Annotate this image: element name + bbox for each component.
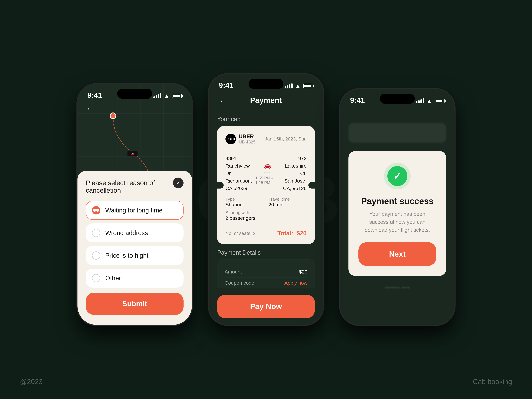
cancel-option-label-3: Price is to hight [105,252,148,259]
total-label: Total: [278,230,293,237]
route-dots: •••• [264,170,271,174]
uber-logo-text: UBER [226,137,235,141]
radio-circle-4 [92,274,100,282]
blurred-text-bottom: ••••••• •••• [348,284,446,291]
coupon-key: Coupon code [225,280,254,286]
status-time-2: 9:41 [219,81,234,89]
signal-bars-3 [416,98,424,103]
submit-button[interactable]: Submit [86,293,184,315]
route-middle: 🚗 •••• 1:55 PM - 1:15 PM [255,162,279,185]
your-cab-label: Your cab [217,116,315,123]
uber-badge: UBER UBER UB 4325 [225,133,255,145]
payment-details-label: Payment Details [217,249,315,256]
success-content: ✓ Payment success Your payment has been … [348,123,446,291]
travel-key: Travel time [268,197,307,202]
seats-label: No. of seats: 2 [225,231,255,236]
route-from-address: 3891Ranchview Dr.Richardson,CA 62639 [225,155,252,192]
dynamic-island-1 [117,89,152,99]
car-icon: 🚗 [264,162,271,169]
blurred-card-top [348,123,446,143]
svg-point-0 [110,113,116,119]
ticket-footer: No. of seats: 2 Total: $20 [225,226,307,237]
status-icons-3: ▲ [416,97,444,104]
total-value: $20 [297,230,307,237]
next-button[interactable]: Next [358,242,436,266]
wifi-icon-2: ▲ [295,82,301,89]
phone1-screen: 9:41 ▲ [77,84,192,325]
ticket-total: Total: $20 [278,230,307,237]
payment-content[interactable]: Your cab UBER UBER UB 4325 [209,111,323,303]
signal-bars-2 [285,83,293,89]
phone-success: 9:41 ▲ [339,88,456,326]
radio-circle-2 [92,229,100,237]
radio-circle-1 [92,206,100,215]
coupon-value[interactable]: Apply now [285,280,307,286]
payment-row-amount: Amount $20 [225,266,307,277]
cancel-option-other[interactable]: Other [86,269,184,288]
ticket-notch-left [217,182,224,189]
success-title: Payment success [358,196,436,206]
cancellation-sheet: × Please select reason of cancelletion W… [77,171,192,325]
uber-logo: UBER [225,134,236,144]
ticket-header: UBER UBER UB 4325 Jan 15th, 2023, Sun [225,133,307,145]
wifi-icon-1: ▲ [164,92,170,99]
cancel-option-label-2: Wrong address [105,229,148,237]
ticket-card: UBER UBER UB 4325 Jan 15th, 2023, Sun [217,126,315,244]
cancellation-title: Please select reason of cancelletion [86,179,184,194]
payment-title: Payment [250,96,282,105]
ticket-notch-right [308,182,315,189]
ticket-details: Type Sharing Travel time 20 min Sharing … [225,197,307,221]
route-time: 1:55 PM - 1:15 PM [255,176,279,185]
payment-header: ← Payment [209,92,323,108]
ticket-type-row: Type Sharing [225,197,264,208]
footer-left: @2023 [20,378,43,386]
payment-back-button[interactable]: ← [219,96,227,105]
status-icons-1: ▲ [153,92,182,99]
ticket-date: Jan 15th, 2023, Sun [265,136,307,142]
phone2-screen: 9:41 ▲ ← Payment [209,74,323,325]
route-info: 3891Ranchview Dr.Richardson,CA 62639 🚗 •… [225,155,307,192]
footer-right: Cab booking [473,378,512,386]
status-icons-2: ▲ [285,82,313,89]
ticket-divider-top [225,150,307,150]
success-icon-wrapper: ✓ [384,163,411,189]
close-button[interactable]: × [173,177,184,188]
battery-icon-1 [172,94,182,98]
checkmark-icon: ✓ [393,170,401,182]
radio-circle-3 [92,251,100,260]
success-card: ✓ Payment success Your payment has been … [348,151,446,276]
signal-bars-1 [153,93,161,98]
payment-row-coupon: Coupon code Apply now [225,277,307,288]
dynamic-island-3 [380,94,415,104]
dynamic-island-2 [248,79,284,89]
cancel-option-wrong-address[interactable]: Wrong address [86,223,184,242]
uber-brand-name: UBER [239,133,255,139]
type-key: Type [225,197,264,202]
ticket-travel-row: Travel time 20 min [268,197,307,208]
route-to-address: 972Lakeshire Ct,San Jose,CA, 95126 [283,155,307,192]
back-button-1[interactable]: ← [86,104,94,113]
svg-text:🚗: 🚗 [131,152,135,156]
cancel-option-label-4: Other [105,275,121,282]
uber-info: UBER UB 4325 [239,133,255,145]
pay-now-container: Pay Now [209,288,323,325]
cancel-option-waiting[interactable]: Waiting for long time [86,201,184,220]
type-value: Sharing [225,202,264,208]
cancel-option-price[interactable]: Price is to hight [86,246,184,265]
amount-value: $20 [299,269,307,275]
travel-value: 20 min [268,202,307,208]
phone-payment: 9:41 ▲ ← Payment [208,73,324,326]
status-time-1: 9:41 [88,91,102,99]
success-icon-inner: ✓ [387,166,407,186]
amount-key: Amount [225,269,242,275]
phone3-screen: 9:41 ▲ [340,89,455,325]
phones-container: 9:41 ▲ [76,73,456,326]
ticket-sharing-row: Sharing with 2 passengers [225,210,264,221]
phone-cancellation: 9:41 ▲ [76,83,193,326]
pay-now-button[interactable]: Pay Now [217,295,315,318]
sharing-key: Sharing with [225,210,264,215]
uber-ride-id: UB 4325 [239,139,255,145]
wifi-icon-3: ▲ [426,97,432,104]
sharing-value: 2 passengers [225,215,264,221]
battery-icon-2 [303,84,313,88]
